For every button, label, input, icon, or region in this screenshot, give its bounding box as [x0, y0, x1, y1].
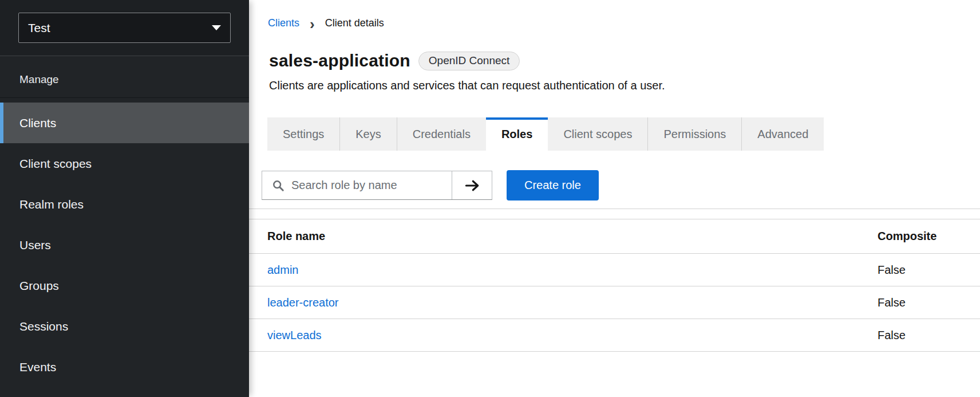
role-link-admin[interactable]: admin — [267, 264, 298, 276]
search-box — [262, 171, 452, 199]
sidebar-item-users[interactable]: Users — [0, 225, 249, 265]
arrow-right-icon — [464, 177, 481, 194]
role-link-viewLeads[interactable]: viewLeads — [267, 329, 322, 341]
composite-value: False — [859, 264, 980, 277]
composite-value: False — [859, 296, 980, 309]
roles-toolbar: Create role — [262, 171, 980, 200]
table-row: viewLeads False — [249, 319, 980, 352]
sidebar-item-client-scopes[interactable]: Client scopes — [0, 143, 249, 184]
client-details-tabs: Settings Keys Credentials Roles Client s… — [267, 117, 980, 151]
sidebar-item-sessions[interactable]: Sessions — [0, 306, 249, 347]
tab-client-scopes[interactable]: Client scopes — [548, 117, 647, 151]
protocol-badge: OpenID Connect — [418, 52, 520, 70]
table-header-row: Role name Composite — [249, 219, 980, 254]
tab-roles[interactable]: Roles — [486, 117, 548, 151]
create-role-button[interactable]: Create role — [507, 170, 599, 201]
table-row: admin False — [249, 254, 980, 286]
search-input[interactable] — [284, 171, 452, 199]
chevron-right-icon: › — [310, 18, 315, 29]
sidebar-item-realm-roles[interactable]: Realm roles — [0, 184, 249, 225]
sidebar-item-events[interactable]: Events — [0, 347, 249, 387]
sidebar-item-clients[interactable]: Clients — [0, 103, 249, 143]
tab-permissions[interactable]: Permissions — [647, 117, 741, 151]
sidebar-item-groups[interactable]: Groups — [0, 265, 249, 306]
sidebar: Test Manage Clients Client scopes Realm … — [0, 0, 249, 397]
sidebar-nav: Clients Client scopes Realm roles Users … — [0, 98, 249, 387]
caret-down-icon — [212, 25, 221, 30]
breadcrumb: Clients › Client details — [249, 0, 980, 29]
tab-keys[interactable]: Keys — [339, 117, 396, 151]
page-header: sales-application OpenID Connect Clients… — [249, 50, 980, 92]
realm-name: Test — [28, 21, 50, 35]
realm-selector-dropdown[interactable]: Test — [18, 13, 231, 43]
breadcrumb-current: Client details — [325, 17, 384, 29]
column-header-composite: Composite — [859, 230, 980, 243]
page-title: sales-application — [269, 50, 410, 72]
role-link-leader-creator[interactable]: leader-creator — [267, 296, 339, 309]
table-row: leader-creator False — [249, 286, 980, 319]
tab-credentials[interactable]: Credentials — [397, 117, 486, 151]
search-group — [262, 171, 492, 200]
search-icon — [272, 179, 284, 192]
toolbar-divider — [249, 209, 980, 209]
realm-selector-section: Test — [0, 0, 249, 56]
main-content: Clients › Client details sales-applicati… — [249, 0, 980, 397]
composite-value: False — [859, 329, 980, 342]
tab-advanced[interactable]: Advanced — [741, 117, 824, 151]
tab-settings[interactable]: Settings — [267, 117, 339, 151]
nav-group-label: Manage — [0, 56, 249, 97]
roles-table: Role name Composite admin False leader-c… — [249, 219, 980, 352]
breadcrumb-link-clients[interactable]: Clients — [268, 17, 299, 29]
column-header-role-name: Role name — [249, 230, 859, 243]
search-submit-button[interactable] — [452, 171, 492, 199]
page-description: Clients are applications and services th… — [269, 79, 980, 92]
